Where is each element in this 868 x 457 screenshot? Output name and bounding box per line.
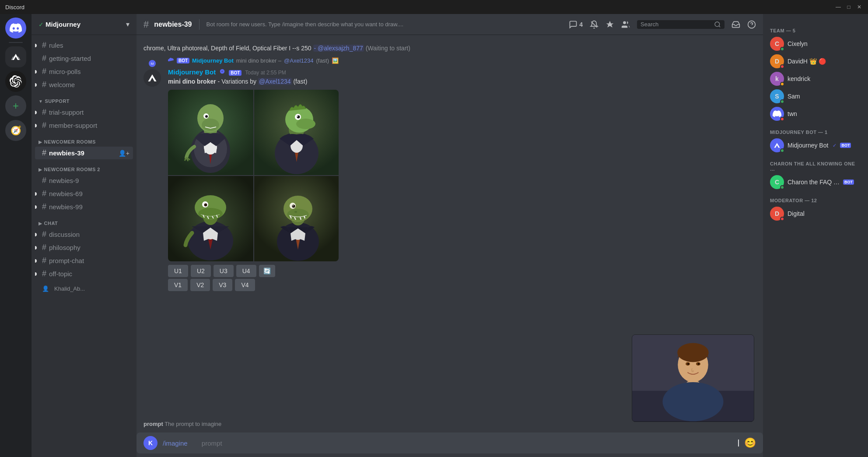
server-explore-button[interactable]: 🧭 [5, 120, 26, 141]
server-add-button[interactable]: + [5, 95, 26, 116]
members-button[interactable] [621, 20, 630, 29]
category-support[interactable]: ▼ SUPPORT [32, 91, 136, 105]
image-cell-3[interactable] [168, 176, 253, 261]
help-button[interactable] [747, 20, 756, 29]
prompt-input-text[interactable]: prompt [202, 439, 733, 447]
member-avatar-midjourney-bot [770, 138, 784, 152]
channel-header-name: newbies-39 [154, 21, 192, 28]
channel-item-off-topic[interactable]: # off-topic [35, 267, 133, 280]
channel-item-getting-started[interactable]: # getting-started [35, 52, 133, 65]
channel-item-member-support[interactable]: # member-support [35, 119, 133, 132]
server-icon-midjourney[interactable] [5, 46, 26, 67]
category-newcomer-rooms-2[interactable]: ▶ NEWCOMER ROOMS 2 [32, 160, 136, 174]
channel-item-prompt-chat[interactable]: # prompt-chat [35, 254, 133, 267]
server-icon-discord-home[interactable] [5, 18, 26, 39]
hash-icon: # [42, 230, 46, 239]
u4-button[interactable]: U4 [236, 265, 256, 277]
member-item-twn[interactable]: twn [766, 105, 864, 123]
refresh-button[interactable]: 🔄 [259, 265, 275, 277]
svg-point-54 [687, 363, 689, 365]
caret-icon: ▼ [38, 99, 43, 104]
channel-item-newbies-9[interactable]: # newbies-9 [35, 174, 133, 187]
channel-item-welcome[interactable]: # welcome [35, 78, 133, 91]
channel-name: trial-support [49, 109, 130, 116]
image-cell-1[interactable] [168, 90, 253, 175]
slash-command: /imagine [163, 439, 188, 447]
hash-icon: # [42, 108, 46, 117]
emoji-button[interactable]: 😊 [744, 437, 756, 449]
category-newcomer-rooms[interactable]: ▶ NEWCOMER ROOMS [32, 132, 136, 146]
channel-item-philosophy[interactable]: # philosophy [35, 241, 133, 254]
channel-name: newbies-99 [49, 203, 130, 211]
status-indicator [780, 217, 784, 221]
channel-item-newbies-39[interactable]: # newbies-39 👤+ [35, 147, 133, 159]
member-avatar-kendrick: k [770, 72, 784, 86]
category-chat[interactable]: ▶ CHAT [32, 214, 136, 228]
bot-badge-mini: BOT [177, 58, 189, 63]
v2-button[interactable]: V2 [190, 279, 210, 291]
header-icons: 4 [569, 20, 756, 29]
status-indicator [780, 47, 784, 51]
close-button[interactable]: ✕ [856, 4, 863, 11]
v4-button[interactable]: V4 [235, 279, 255, 291]
server-name: Midjourney [46, 21, 126, 28]
channel-name: discussion [49, 231, 130, 238]
server-icon-chatgpt[interactable] [5, 71, 26, 92]
v1-button[interactable]: V1 [168, 279, 188, 291]
channel-item-trial-support[interactable]: # trial-support [35, 106, 133, 119]
notifications-button[interactable] [590, 20, 598, 29]
mini-message-bar: M BOT Midjourney Bot mini dino broker – … [136, 56, 763, 67]
image-cell-4[interactable] [254, 176, 339, 261]
channel-item-khalid[interactable]: 👤 Khalid_Ab... [35, 284, 133, 294]
v3-button[interactable]: V3 [213, 279, 232, 291]
member-item-charon[interactable]: C Charon the FAQ … BOT [766, 173, 864, 191]
channel-item-newbies-69[interactable]: # newbies-69 [35, 187, 133, 200]
svg-point-22 [296, 119, 315, 129]
category-label: SUPPORT [45, 98, 70, 104]
channel-item-discussion[interactable]: # discussion [35, 228, 133, 241]
minimize-button[interactable]: — [835, 4, 842, 11]
prompt-key: prompt [144, 421, 163, 427]
channel-name: getting-started [49, 55, 130, 62]
channel-item-rules[interactable]: # rules [35, 39, 133, 52]
message-text: - Variations by [218, 78, 258, 85]
member-item-cixelyn[interactable]: C Cixelyn [766, 35, 864, 53]
sidebar-header[interactable]: ✓ Midjourney ▾ [32, 14, 136, 35]
channel-sidebar: ✓ Midjourney ▾ # rules # getting-started… [32, 14, 136, 457]
hash-icon: # [42, 41, 46, 50]
inbox-button[interactable] [732, 20, 740, 29]
member-avatar-charon: C [770, 175, 784, 189]
threads-button[interactable]: 4 [569, 20, 583, 29]
member-name-sam: Sam [788, 93, 800, 100]
mini-mention: @Axel1234 [284, 57, 313, 64]
member-item-midjourney-bot[interactable]: Midjourney Bot ✓ BOT [766, 137, 864, 154]
u1-button[interactable]: U1 [168, 265, 188, 277]
channel-item-micro-polls[interactable]: # micro-polls [35, 65, 133, 78]
category-label: NEWCOMER ROOMS [44, 139, 96, 144]
member-item-sam[interactable]: S Sam [766, 88, 864, 105]
member-item-digital[interactable]: D Digital [766, 205, 864, 222]
chevron-down-icon: ▾ [126, 20, 130, 28]
chat-input-bar[interactable]: K /imagine | prompt 😊 [136, 432, 763, 453]
member-item-kendrick[interactable]: k kendrick [766, 70, 864, 88]
u3-button[interactable]: U3 [214, 265, 234, 277]
u2-button[interactable]: U2 [191, 265, 211, 277]
prompt-hint-desc: The prompt to imagine [164, 421, 221, 427]
member-avatar-twn [770, 107, 784, 121]
member-name-kendrick: kendrick [788, 75, 810, 82]
search-bar[interactable]: Search [637, 20, 724, 29]
verified-icon [219, 68, 225, 74]
image-grid[interactable] [168, 90, 339, 261]
member-item-davidh[interactable]: D DavidH 👑 🔴 [766, 53, 864, 70]
add-member-icon[interactable]: 👤+ [119, 150, 130, 157]
header-separator [199, 19, 200, 30]
mention-axel: @Axel1234 [258, 78, 292, 85]
member-name-midjourney-bot: Midjourney Bot [788, 142, 828, 149]
maximize-button[interactable]: □ [845, 4, 852, 11]
hash-icon: # [42, 80, 46, 89]
caret-icon: ▶ [38, 221, 42, 226]
svg-point-1 [623, 21, 626, 24]
channel-item-newbies-99[interactable]: # newbies-99 [35, 200, 133, 213]
image-cell-2[interactable] [254, 90, 339, 175]
pin-button[interactable] [606, 20, 614, 29]
